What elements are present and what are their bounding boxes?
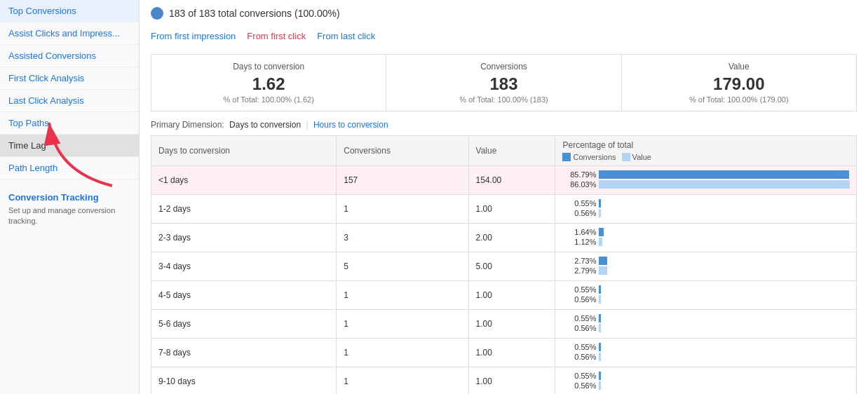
stat-sub-2: % of Total: 100.00% (179.00): [633, 95, 845, 104]
bar-row-val: 0.56%: [562, 295, 849, 304]
val-pct-label: 1.12%: [562, 238, 596, 246]
conv-pct-label: 0.55%: [562, 343, 596, 351]
cell-pct: 0.55% 0.56%: [555, 310, 857, 339]
sidebar-item-path-length[interactable]: Path Length: [0, 157, 139, 179]
sidebar-item-assisted-conversions[interactable]: Assisted Conversions: [0, 45, 139, 67]
primary-dimension-row: Primary Dimension: Days to conversion | …: [151, 120, 857, 130]
bar-row-conv: 85.79%: [562, 170, 849, 179]
cell-days: 1-2 days: [151, 195, 337, 224]
table-row: 1-2 days 1 1.00 0.55% 0.56%: [151, 195, 857, 224]
val-bar-track: [599, 381, 849, 390]
tab-first-impression[interactable]: From first impression: [151, 27, 247, 46]
conversion-tracking-link[interactable]: Conversion Tracking: [8, 192, 130, 203]
stat-label-1: Conversions: [398, 62, 609, 72]
conv-bar-track: [599, 199, 849, 208]
primary-dim-link[interactable]: Hours to conversion: [313, 120, 388, 130]
table-row: 4-5 days 1 1.00 0.55% 0.56%: [151, 281, 857, 310]
val-pct-label: 0.56%: [562, 381, 596, 390]
stat-sub-0: % of Total: 100.00% (1.62): [163, 95, 374, 104]
conversion-tracking-desc: Set up and manage conversion tracking.: [8, 205, 130, 227]
header-total-text: 183 of 183 total conversions (100.00%): [169, 8, 340, 19]
col-conversions: Conversions: [337, 136, 468, 166]
bar-row-val: 2.79%: [562, 266, 849, 275]
conv-pct-label: 0.55%: [562, 199, 596, 208]
cell-days: <1 days: [151, 166, 337, 195]
cell-pct: 1.64% 1.12%: [555, 224, 857, 252]
cell-days: 9-10 days: [151, 367, 337, 395]
tab-last-click[interactable]: From last click: [317, 27, 386, 46]
stat-value-1: 183: [398, 74, 609, 94]
cell-conversions: 5: [337, 252, 468, 281]
table-row: <1 days 157 154.00 85.79% 86.03%: [151, 166, 857, 195]
cell-conversions: 1: [337, 310, 468, 339]
stat-cell-2: Value 179.00 % of Total: 100.00% (179.00…: [622, 55, 856, 111]
val-pct-label: 0.56%: [562, 324, 596, 332]
sidebar-item-top-paths[interactable]: Top Paths: [0, 112, 139, 135]
sidebar: Top ConversionsAssist Clicks and Impress…: [0, 0, 140, 394]
cell-conversions: 1: [337, 195, 468, 224]
stat-sub-1: % of Total: 100.00% (183): [398, 95, 609, 104]
bar-row-val: 86.03%: [562, 180, 849, 189]
bar-row-val: 0.56%: [562, 209, 849, 217]
bar-row-conv: 2.73%: [562, 257, 849, 265]
bar-row-conv: 0.55%: [562, 314, 849, 322]
sidebar-item-time-lag[interactable]: Time Lag: [0, 135, 139, 157]
val-bar-track: [599, 180, 849, 189]
val-bar-fill: [599, 209, 600, 217]
col-value: Value: [468, 136, 555, 166]
table-row: 2-3 days 3 2.00 1.64% 1.12%: [151, 224, 857, 252]
bar-row-val: 0.56%: [562, 381, 849, 390]
bar-row-val: 1.12%: [562, 238, 849, 246]
cell-pct: 0.55% 0.56%: [555, 281, 857, 310]
tab-first-click[interactable]: From first click: [247, 27, 317, 46]
conv-bar-track: [599, 285, 849, 294]
table-header-row: Days to conversion Conversions Value Per…: [151, 136, 857, 166]
stats-row: Days to conversion 1.62 % of Total: 100.…: [151, 54, 857, 111]
cell-days: 7-8 days: [151, 339, 337, 367]
cell-conversions: 1: [337, 281, 468, 310]
conv-bar-track: [599, 257, 849, 265]
cell-conversions: 157: [337, 166, 468, 195]
legend-swatch: [562, 153, 571, 161]
legend-label: Value: [632, 153, 651, 161]
cell-value: 154.00: [468, 166, 555, 195]
cell-days: 4-5 days: [151, 281, 337, 310]
table-row: 7-8 days 1 1.00 0.55% 0.56%: [151, 339, 857, 367]
conv-pct-label: 2.73%: [562, 257, 596, 265]
cell-conversions: 1: [337, 367, 468, 395]
circle-icon: [151, 7, 163, 20]
val-bar-track: [599, 238, 849, 246]
conv-pct-label: 1.64%: [562, 228, 596, 236]
main-content: 183 of 183 total conversions (100.00%) F…: [140, 0, 868, 394]
sidebar-item-last-click-analysis[interactable]: Last Click Analysis: [0, 90, 139, 112]
val-bar-fill: [599, 295, 600, 304]
cell-value: 1.00: [468, 310, 555, 339]
bar-row-val: 0.56%: [562, 324, 849, 332]
primary-dim-label: Primary Dimension:: [151, 120, 224, 130]
conv-bar-fill: [599, 257, 606, 265]
val-bar-fill: [599, 353, 600, 361]
cell-days: 2-3 days: [151, 224, 337, 252]
sidebar-item-assist-clicks[interactable]: Assist Clicks and Impress...: [0, 22, 139, 45]
val-bar-track: [599, 266, 849, 275]
primary-dim-separator: |: [306, 120, 308, 130]
stat-value-2: 179.00: [633, 74, 845, 94]
val-pct-label: 0.56%: [562, 209, 596, 217]
conv-bar-track: [599, 372, 849, 380]
cell-pct: 0.55% 0.56%: [555, 367, 857, 395]
conv-bar-fill: [599, 170, 849, 179]
bar-row-conv: 1.64%: [562, 228, 849, 236]
cell-pct: 85.79% 86.03%: [555, 166, 857, 195]
legend-item-conversions: Conversions: [562, 153, 616, 161]
stat-cell-1: Conversions 183 % of Total: 100.00% (183…: [386, 55, 621, 111]
conv-bar-track: [599, 170, 849, 179]
sidebar-item-top-conversions[interactable]: Top Conversions: [0, 0, 139, 22]
bar-row-conv: 0.55%: [562, 343, 849, 351]
bar-row-conv: 0.55%: [562, 285, 849, 294]
sidebar-item-first-click-analysis[interactable]: First Click Analysis: [0, 67, 139, 90]
stat-label-0: Days to conversion: [163, 62, 374, 72]
val-pct-label: 2.79%: [562, 266, 596, 275]
conv-bar-fill: [599, 343, 600, 351]
conv-bar-track: [599, 343, 849, 351]
col-days: Days to conversion: [151, 136, 337, 166]
